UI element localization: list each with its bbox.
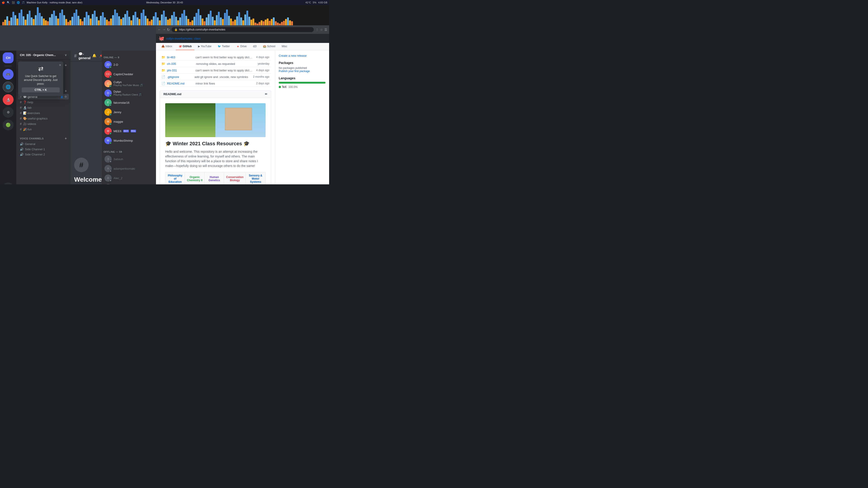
- publish-package-link[interactable]: Publish your first package: [279, 70, 326, 73]
- browser-menu-icon[interactable]: ☰: [324, 28, 327, 31]
- file-time-gitignore: 2 months ago: [253, 75, 270, 78]
- member-captinchedder-name: CaptinChedder: [114, 72, 133, 76]
- server-icon-1[interactable]: [3, 69, 13, 80]
- channel-help[interactable]: # ❓-help: [18, 99, 69, 105]
- topbar-datetime: Wednesday, December 30 20:43: [146, 1, 183, 4]
- time-label: 20:43: [177, 1, 183, 4]
- voice-channels-section-header[interactable]: VOICE CHANNELS +: [18, 136, 69, 140]
- server-name-label: CH: 335 · Organic Chem...: [20, 53, 56, 57]
- extensions-icon[interactable]: ⋮: [315, 28, 319, 31]
- add-server-btn[interactable]: +: [3, 183, 13, 184]
- member-2d-status: [110, 66, 112, 68]
- file-name-gitignore[interactable]: .gitignore: [167, 75, 194, 78]
- file-time-phi331: 4 days ago: [256, 69, 270, 72]
- voice-icon-1: 🔊: [20, 142, 24, 146]
- readme-edit-icon[interactable]: ✏: [265, 92, 268, 96]
- channel-videos[interactable]: # 🎥-videos: [18, 121, 69, 127]
- language-bar: [279, 82, 326, 84]
- voice-side-1[interactable]: 🔊 Side Channel 1: [18, 147, 69, 152]
- channel-useful-graphics[interactable]: # 🎨-useful-graphics: [18, 116, 69, 121]
- tex-language-label: TeX: [282, 86, 287, 89]
- topbar-song: Machine Gun Kelly · nothing inside (feat…: [27, 1, 82, 4]
- address-bar[interactable]: 🔒 https://github.com/cullyn-inverba/note…: [172, 27, 314, 32]
- server-icon-4[interactable]: ⚙: [3, 107, 13, 118]
- channel-fun[interactable]: # 🎉-fun: [18, 127, 69, 132]
- tab-inbox[interactable]: 📥 Inbox: [159, 43, 175, 50]
- member-cullyn-status: [110, 85, 112, 87]
- member-jenny[interactable]: J Jenny: [103, 107, 155, 117]
- server-icon-3[interactable]: 🔬: [3, 94, 13, 105]
- tab-d2l[interactable]: d2l: [250, 43, 259, 50]
- file-name-bi463[interactable]: bi-463: [167, 56, 195, 59]
- member-cullyn[interactable]: C Cullyn Playing YouTube Music 🎵: [103, 79, 155, 88]
- browser-back-btn[interactable]: ←: [158, 28, 161, 32]
- readme-header: README.md ✏: [160, 90, 271, 98]
- bookmark-icon[interactable]: ☆: [320, 28, 323, 31]
- date-label: Wednesday, December 30: [146, 1, 176, 4]
- member-mee6[interactable]: M MEE6 BOTROL: [103, 127, 155, 135]
- member-captinchedder[interactable]: CC CaptinChedder: [103, 70, 155, 78]
- file-name-readme[interactable]: README.md: [167, 82, 195, 85]
- channel-lab[interactable]: # 🔬-lab: [18, 105, 69, 110]
- member-3absuh[interactable]: 3 3absuh: [103, 155, 155, 164]
- tab-drive[interactable]: 🔺 Drive: [234, 43, 249, 50]
- member-alexis[interactable]: A alexis: [103, 183, 155, 184]
- file-row-ch335[interactable]: 📁 ch-335 removing slides, as requested y…: [160, 61, 271, 67]
- github-repo-path[interactable]: cullyn-inverba/notes: class: [166, 37, 200, 40]
- member-jenny-status: [110, 113, 112, 116]
- file-row-bi463[interactable]: 📁 bi-463 can't seem to find better way t…: [160, 54, 271, 61]
- member-2d-avatar: 2D: [104, 61, 112, 68]
- voice-general[interactable]: 🔊 General: [18, 141, 69, 147]
- tab-youtube[interactable]: ▶ YouTube: [195, 43, 214, 50]
- voice-icon-3: 🔊: [20, 153, 24, 156]
- quick-switcher-close[interactable]: ✕: [59, 63, 61, 67]
- channel-header[interactable]: CH: 335 · Organic Chem... ∨: [16, 51, 70, 60]
- tab-twitter[interactable]: 🐦 Twitter: [215, 43, 232, 50]
- member-maggie[interactable]: M maggie: [103, 117, 155, 126]
- browser-refresh-btn[interactable]: ↻: [167, 28, 170, 32]
- member-2d[interactable]: 2D 2-D: [103, 60, 155, 69]
- file-row-gitignore[interactable]: 📄 .gitignore add git ignore and .vscode,…: [160, 74, 271, 80]
- github-main-content: 📁 bi-463 can't seem to find better way t…: [156, 51, 275, 184]
- member-dylan[interactable]: D Dylan Playing Radium Client 🎵: [103, 89, 155, 98]
- hashtag-icon-7: #: [20, 111, 22, 115]
- member-wumboshrimp[interactable]: W WumboShrimp: [103, 136, 155, 145]
- voice-side-2[interactable]: 🔊 Side Channel 2: [18, 152, 69, 157]
- member-dylan-status: [110, 94, 112, 97]
- quick-switcher-popup: ✕ ⇄ Use Quick Switcher to get around Dis…: [18, 61, 63, 96]
- file-row-phi331[interactable]: 📁 phi-331 can't seem to find better way …: [160, 67, 271, 74]
- server-icon-active[interactable]: CH: [3, 53, 13, 63]
- main-layout: CH 🌐 🔬 ⚙ 🟢 + 🧭 CH: [0, 25, 329, 184]
- create-release-link[interactable]: Create a new release: [279, 54, 326, 57]
- tab-github[interactable]: 🐙 GitHub: [176, 43, 194, 50]
- member-falconstar16[interactable]: F falconstar16: [103, 98, 155, 107]
- channel-header-chevron: ∨: [65, 53, 67, 57]
- music-icon: 🎵: [22, 1, 25, 4]
- server-icon-5[interactable]: 🟢: [3, 120, 13, 130]
- file-row-readme[interactable]: 📄 README.md minor link fixes 2 days ago: [160, 80, 271, 87]
- channel-lab-label: 🔬-lab: [23, 106, 32, 109]
- quick-switcher-shortcut[interactable]: CTRL + K: [22, 88, 60, 92]
- winter-heading-text: 🎓 Winter 2021 Class Resources 🎓: [165, 141, 250, 147]
- github-sidebar: Create a new release Packages No package…: [275, 51, 329, 184]
- channel-exercises[interactable]: # 📝-exercises: [18, 110, 69, 116]
- add-channel-info-icon[interactable]: +: [65, 63, 67, 67]
- add-text-channel-icon[interactable]: +: [65, 89, 67, 93]
- channel-settings-gear-icon[interactable]: ⚙: [64, 95, 67, 98]
- file-name-ch335[interactable]: ch-335: [167, 62, 196, 66]
- browser-forward-btn[interactable]: →: [162, 28, 166, 32]
- browser-panel: ← → ↻ 🔒 https://github.com/cullyn-inverb…: [156, 25, 329, 184]
- tab-misc[interactable]: Misc: [279, 43, 290, 50]
- file-name-phi331[interactable]: phi-331: [167, 69, 195, 72]
- member-alec_2[interactable]: A Alec_2: [103, 173, 155, 183]
- server-icon-2[interactable]: 🌐: [3, 82, 13, 92]
- readme-description: Hello and welcome. This repository is an…: [165, 149, 266, 168]
- discord-panel: CH 🌐 🔬 ⚙ 🟢 + 🧭 CH: [0, 25, 156, 184]
- member-wumboshrimp-avatar: W: [104, 137, 112, 144]
- welcome-channel-icon: #: [74, 158, 89, 172]
- member-adamperkiomaki[interactable]: A adamperkiomaki: [103, 164, 155, 173]
- tab-school[interactable]: 🏫 School: [260, 43, 278, 50]
- add-voice-channel-icon[interactable]: +: [65, 136, 67, 140]
- member-dylan-info: Dylan Playing Radium Client 🎵: [114, 90, 142, 96]
- notification-icon[interactable]: 🔔: [92, 54, 96, 59]
